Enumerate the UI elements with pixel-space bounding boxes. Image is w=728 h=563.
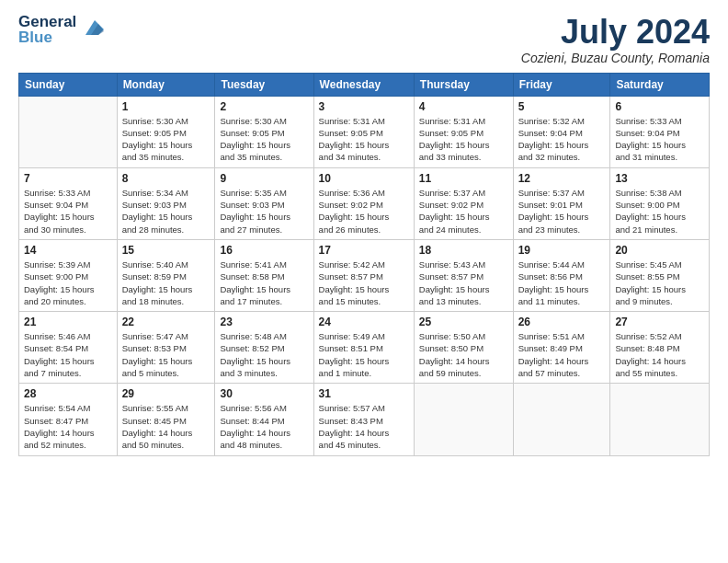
day-number: 8 xyxy=(122,172,210,185)
day-number: 15 xyxy=(122,244,210,257)
calendar-header-row: SundayMondayTuesdayWednesdayThursdayFrid… xyxy=(19,73,710,96)
calendar-cell: 31Sunrise: 5:57 AM Sunset: 8:43 PM Dayli… xyxy=(313,384,414,455)
day-number: 2 xyxy=(220,100,308,113)
day-info: Sunrise: 5:52 AM Sunset: 8:48 PM Dayligh… xyxy=(615,330,704,379)
calendar-cell: 6Sunrise: 5:33 AM Sunset: 9:04 PM Daylig… xyxy=(610,96,710,167)
calendar-week-row: 21Sunrise: 5:46 AM Sunset: 8:54 PM Dayli… xyxy=(19,312,710,384)
day-number: 13 xyxy=(615,172,704,185)
day-info: Sunrise: 5:34 AM Sunset: 9:03 PM Dayligh… xyxy=(122,187,210,236)
calendar-cell: 29Sunrise: 5:55 AM Sunset: 8:45 PM Dayli… xyxy=(117,384,215,455)
day-info: Sunrise: 5:46 AM Sunset: 8:54 PM Dayligh… xyxy=(24,330,112,379)
calendar-cell: 27Sunrise: 5:52 AM Sunset: 8:48 PM Dayli… xyxy=(610,312,710,384)
day-info: Sunrise: 5:33 AM Sunset: 9:04 PM Dayligh… xyxy=(24,187,112,236)
col-header-friday: Friday xyxy=(513,73,610,96)
day-number: 19 xyxy=(518,244,606,257)
col-header-monday: Monday xyxy=(117,73,215,96)
day-info: Sunrise: 5:38 AM Sunset: 9:00 PM Dayligh… xyxy=(615,187,704,236)
day-number: 23 xyxy=(220,316,308,328)
calendar-cell: 18Sunrise: 5:43 AM Sunset: 8:57 PM Dayli… xyxy=(414,239,513,311)
day-number: 16 xyxy=(220,244,308,257)
calendar-cell: 28Sunrise: 5:54 AM Sunset: 8:47 PM Dayli… xyxy=(19,384,118,455)
col-header-wednesday: Wednesday xyxy=(313,73,414,96)
day-info: Sunrise: 5:31 AM Sunset: 9:05 PM Dayligh… xyxy=(319,115,409,164)
day-info: Sunrise: 5:54 AM Sunset: 8:47 PM Dayligh… xyxy=(24,402,112,451)
day-number: 11 xyxy=(419,172,508,185)
day-number: 22 xyxy=(122,316,210,328)
day-info: Sunrise: 5:37 AM Sunset: 9:02 PM Dayligh… xyxy=(419,187,508,236)
day-info: Sunrise: 5:33 AM Sunset: 9:04 PM Dayligh… xyxy=(615,115,704,164)
day-number: 3 xyxy=(319,100,409,113)
day-number: 29 xyxy=(122,387,210,400)
header: General Blue July 2024 Cozieni, Buzau Co… xyxy=(18,14,710,65)
logo-blue: Blue xyxy=(18,29,76,45)
calendar-cell: 1Sunrise: 5:30 AM Sunset: 9:05 PM Daylig… xyxy=(117,96,215,167)
month-title: July 2024 xyxy=(521,14,710,51)
calendar-cell: 20Sunrise: 5:45 AM Sunset: 8:55 PM Dayli… xyxy=(610,239,710,311)
col-header-thursday: Thursday xyxy=(414,73,513,96)
calendar-cell: 2Sunrise: 5:30 AM Sunset: 9:05 PM Daylig… xyxy=(215,96,313,167)
day-info: Sunrise: 5:32 AM Sunset: 9:04 PM Dayligh… xyxy=(518,115,606,164)
day-info: Sunrise: 5:50 AM Sunset: 8:50 PM Dayligh… xyxy=(419,330,508,379)
calendar-cell: 23Sunrise: 5:48 AM Sunset: 8:52 PM Dayli… xyxy=(215,312,313,384)
day-number: 25 xyxy=(419,316,508,328)
calendar-cell: 22Sunrise: 5:47 AM Sunset: 8:53 PM Dayli… xyxy=(117,312,215,384)
day-info: Sunrise: 5:43 AM Sunset: 8:57 PM Dayligh… xyxy=(419,259,508,307)
day-number: 26 xyxy=(518,316,606,328)
day-info: Sunrise: 5:45 AM Sunset: 8:55 PM Dayligh… xyxy=(615,259,704,307)
day-number: 27 xyxy=(615,316,704,328)
day-info: Sunrise: 5:37 AM Sunset: 9:01 PM Dayligh… xyxy=(518,187,606,236)
day-number: 28 xyxy=(24,387,112,400)
calendar-cell: 15Sunrise: 5:40 AM Sunset: 8:59 PM Dayli… xyxy=(117,239,215,311)
logo: General Blue xyxy=(18,14,104,45)
calendar-week-row: 1Sunrise: 5:30 AM Sunset: 9:05 PM Daylig… xyxy=(19,96,710,167)
day-number: 18 xyxy=(419,244,508,257)
calendar-cell xyxy=(414,384,513,455)
calendar-cell xyxy=(19,96,118,167)
day-info: Sunrise: 5:44 AM Sunset: 8:56 PM Dayligh… xyxy=(518,259,606,307)
calendar-cell xyxy=(513,384,610,455)
calendar-cell: 21Sunrise: 5:46 AM Sunset: 8:54 PM Dayli… xyxy=(19,312,118,384)
calendar-cell: 12Sunrise: 5:37 AM Sunset: 9:01 PM Dayli… xyxy=(513,167,610,239)
day-info: Sunrise: 5:55 AM Sunset: 8:45 PM Dayligh… xyxy=(122,402,210,451)
day-info: Sunrise: 5:48 AM Sunset: 8:52 PM Dayligh… xyxy=(220,330,308,379)
day-number: 21 xyxy=(24,316,112,328)
day-info: Sunrise: 5:30 AM Sunset: 9:05 PM Dayligh… xyxy=(122,115,210,164)
col-header-saturday: Saturday xyxy=(610,73,710,96)
col-header-sunday: Sunday xyxy=(19,73,118,96)
calendar-table: SundayMondayTuesdayWednesdayThursdayFrid… xyxy=(18,73,710,456)
calendar-cell: 13Sunrise: 5:38 AM Sunset: 9:00 PM Dayli… xyxy=(610,167,710,239)
day-info: Sunrise: 5:42 AM Sunset: 8:57 PM Dayligh… xyxy=(319,259,409,307)
calendar-cell: 4Sunrise: 5:31 AM Sunset: 9:05 PM Daylig… xyxy=(414,96,513,167)
day-number: 17 xyxy=(319,244,409,257)
day-number: 10 xyxy=(319,172,409,185)
title-block: July 2024 Cozieni, Buzau County, Romania xyxy=(521,14,710,65)
calendar-cell: 17Sunrise: 5:42 AM Sunset: 8:57 PM Dayli… xyxy=(313,239,414,311)
calendar-cell: 7Sunrise: 5:33 AM Sunset: 9:04 PM Daylig… xyxy=(19,167,118,239)
calendar-cell: 8Sunrise: 5:34 AM Sunset: 9:03 PM Daylig… xyxy=(117,167,215,239)
day-number: 12 xyxy=(518,172,606,185)
day-info: Sunrise: 5:49 AM Sunset: 8:51 PM Dayligh… xyxy=(319,330,409,379)
day-info: Sunrise: 5:41 AM Sunset: 8:58 PM Dayligh… xyxy=(220,259,308,307)
calendar-week-row: 7Sunrise: 5:33 AM Sunset: 9:04 PM Daylig… xyxy=(19,167,710,239)
day-info: Sunrise: 5:47 AM Sunset: 8:53 PM Dayligh… xyxy=(122,330,210,379)
calendar-cell: 25Sunrise: 5:50 AM Sunset: 8:50 PM Dayli… xyxy=(414,312,513,384)
day-number: 9 xyxy=(220,172,308,185)
calendar-cell: 26Sunrise: 5:51 AM Sunset: 8:49 PM Dayli… xyxy=(513,312,610,384)
calendar-cell: 10Sunrise: 5:36 AM Sunset: 9:02 PM Dayli… xyxy=(313,167,414,239)
day-number: 31 xyxy=(319,387,409,400)
day-info: Sunrise: 5:51 AM Sunset: 8:49 PM Dayligh… xyxy=(518,330,606,379)
location-title: Cozieni, Buzau County, Romania xyxy=(521,51,710,65)
day-number: 30 xyxy=(220,387,308,400)
day-number: 1 xyxy=(122,100,210,113)
calendar-cell: 3Sunrise: 5:31 AM Sunset: 9:05 PM Daylig… xyxy=(313,96,414,167)
day-info: Sunrise: 5:30 AM Sunset: 9:05 PM Dayligh… xyxy=(220,115,308,164)
calendar-cell: 24Sunrise: 5:49 AM Sunset: 8:51 PM Dayli… xyxy=(313,312,414,384)
day-number: 4 xyxy=(419,100,508,113)
day-info: Sunrise: 5:35 AM Sunset: 9:03 PM Dayligh… xyxy=(220,187,308,236)
calendar-week-row: 14Sunrise: 5:39 AM Sunset: 9:00 PM Dayli… xyxy=(19,239,710,311)
calendar-cell: 14Sunrise: 5:39 AM Sunset: 9:00 PM Dayli… xyxy=(19,239,118,311)
page: General Blue July 2024 Cozieni, Buzau Co… xyxy=(0,0,728,563)
calendar-cell xyxy=(610,384,710,455)
col-header-tuesday: Tuesday xyxy=(215,73,313,96)
calendar-cell: 19Sunrise: 5:44 AM Sunset: 8:56 PM Dayli… xyxy=(513,239,610,311)
